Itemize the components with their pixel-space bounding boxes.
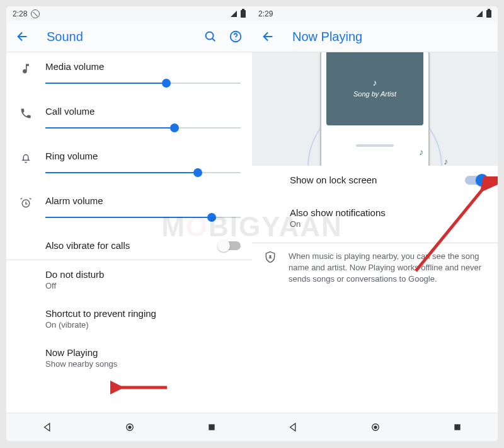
phone-sound-settings: 2:28 Sound xyxy=(6,6,252,441)
shortcut-sub: On (vibrate) xyxy=(45,320,241,330)
battery-icon xyxy=(486,10,491,18)
shortcut-label: Shortcut to prevent ringing xyxy=(45,308,241,319)
alarm-icon xyxy=(20,197,32,209)
dnd-row[interactable]: Do not disturb Off xyxy=(6,260,252,299)
music-note-icon xyxy=(20,62,32,75)
app-bar: Sound xyxy=(6,21,252,52)
back-button[interactable] xyxy=(10,24,35,49)
also-show-notifications-sub: On xyxy=(290,219,486,229)
show-on-lock-screen-row[interactable]: Show on lock screen xyxy=(252,166,498,196)
music-note-icon: ♪ xyxy=(373,78,377,88)
alarm-volume-slider[interactable] xyxy=(45,212,241,222)
call-volume-label: Call volume xyxy=(45,106,241,117)
clock: 2:28 xyxy=(13,9,27,18)
nav-recents-icon xyxy=(452,422,462,432)
search-button[interactable] xyxy=(198,24,223,49)
clock: 2:29 xyxy=(258,9,273,18)
nav-back-button[interactable] xyxy=(42,422,53,433)
call-volume-row: Call volume xyxy=(6,97,252,142)
nav-recents-icon xyxy=(207,422,217,432)
page-title: Sound xyxy=(47,30,83,44)
media-volume-slider[interactable] xyxy=(45,78,241,88)
also-vibrate-row[interactable]: Also vibrate for calls xyxy=(6,231,252,260)
search-icon xyxy=(203,30,217,43)
info-row: When music is playing nearby, you can se… xyxy=(252,243,498,293)
also-vibrate-label: Also vibrate for calls xyxy=(45,240,130,251)
shield-icon xyxy=(264,251,277,263)
battery-icon xyxy=(241,10,246,18)
phone-icon xyxy=(20,107,32,120)
show-on-lock-screen-toggle[interactable] xyxy=(465,176,486,185)
page-title: Now Playing xyxy=(292,30,362,44)
nav-home-icon xyxy=(370,422,381,433)
alarm-volume-row: Alarm volume xyxy=(6,187,252,231)
help-icon xyxy=(229,30,243,43)
media-volume-row: Media volume xyxy=(6,52,252,97)
illustration: ♪ Song by Artist ♪ ♪ xyxy=(252,52,498,166)
call-volume-slider[interactable] xyxy=(45,123,241,133)
now-playing-label: Now Playing xyxy=(45,347,241,358)
status-bar: 2:28 xyxy=(6,6,252,21)
music-note-icon: ♪ xyxy=(444,156,448,166)
also-vibrate-toggle[interactable] xyxy=(219,241,241,250)
svg-point-7 xyxy=(269,255,271,257)
nav-back-icon xyxy=(287,422,299,433)
dnd-sub: Off xyxy=(45,281,241,290)
dnd-label: Do not disturb xyxy=(45,269,241,280)
svg-point-0 xyxy=(206,32,214,40)
wifi-icon xyxy=(231,11,237,17)
wifi-icon xyxy=(476,11,483,17)
nav-recents-button[interactable] xyxy=(207,422,217,432)
app-bar: Now Playing xyxy=(252,21,498,52)
no-symbol-icon xyxy=(31,9,40,18)
nav-home-button[interactable] xyxy=(370,422,381,433)
help-button[interactable] xyxy=(223,24,248,49)
nav-home-button[interactable] xyxy=(124,422,135,433)
bell-icon xyxy=(20,152,32,164)
nav-bar xyxy=(252,413,498,441)
back-button[interactable] xyxy=(256,24,281,49)
arrow-back-icon xyxy=(261,30,275,43)
svg-point-9 xyxy=(374,425,377,428)
alarm-volume-label: Alarm volume xyxy=(45,195,241,206)
info-text: When music is playing nearby, you can se… xyxy=(289,251,486,285)
nav-home-icon xyxy=(124,422,135,433)
nav-recents-button[interactable] xyxy=(452,422,462,432)
status-bar: 2:29 xyxy=(252,6,498,21)
music-note-icon: ♪ xyxy=(419,147,423,157)
ring-volume-row: Ring volume xyxy=(6,142,252,187)
arrow-back-icon xyxy=(16,30,30,43)
svg-rect-6 xyxy=(209,424,214,430)
ring-volume-slider[interactable] xyxy=(45,168,241,178)
svg-point-5 xyxy=(128,425,131,428)
nav-back-button[interactable] xyxy=(287,422,299,433)
now-playing-row[interactable]: Now Playing Show nearby songs xyxy=(6,338,252,377)
also-show-notifications-label: Also show notifications xyxy=(290,207,486,218)
nav-bar xyxy=(6,413,252,441)
svg-point-2 xyxy=(235,39,236,40)
illustration-caption: Song by Artist xyxy=(353,90,396,98)
shortcut-row[interactable]: Shortcut to prevent ringing On (vibrate) xyxy=(6,299,252,338)
now-playing-sub: Show nearby songs xyxy=(45,359,241,369)
phone-now-playing-settings: 2:29 Now Playing ♪ xyxy=(252,6,498,441)
ring-volume-label: Ring volume xyxy=(45,151,241,161)
nav-back-icon xyxy=(42,422,53,433)
svg-rect-10 xyxy=(454,424,460,430)
also-show-notifications-row[interactable]: Also show notifications On xyxy=(252,196,498,238)
media-volume-label: Media volume xyxy=(45,61,241,72)
show-on-lock-screen-label: Show on lock screen xyxy=(290,175,486,185)
